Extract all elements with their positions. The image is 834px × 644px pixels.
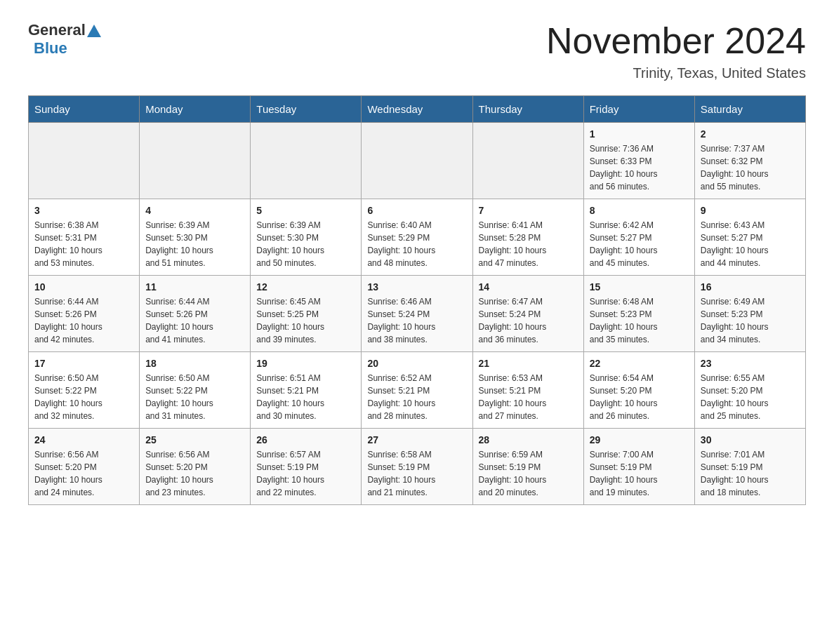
day-info: Sunrise: 6:56 AMSunset: 5:20 PMDaylight:… xyxy=(34,448,133,499)
calendar-cell: 5Sunrise: 6:39 AMSunset: 5:30 PMDaylight… xyxy=(251,199,362,276)
calendar-cell: 27Sunrise: 6:58 AMSunset: 5:19 PMDayligh… xyxy=(362,429,472,505)
day-info: Sunrise: 6:44 AMSunset: 5:26 PMDaylight:… xyxy=(34,295,133,346)
calendar-cell: 6Sunrise: 6:40 AMSunset: 5:29 PMDaylight… xyxy=(362,199,472,276)
day-info: Sunrise: 6:58 AMSunset: 5:19 PMDaylight:… xyxy=(367,448,466,499)
calendar-cell: 30Sunrise: 7:01 AMSunset: 5:19 PMDayligh… xyxy=(694,429,805,505)
day-info: Sunrise: 6:56 AMSunset: 5:20 PMDaylight:… xyxy=(145,448,244,499)
calendar-cell: 25Sunrise: 6:56 AMSunset: 5:20 PMDayligh… xyxy=(140,429,251,505)
subtitle: Trinity, Texas, United States xyxy=(546,65,806,81)
day-number: 11 xyxy=(145,281,244,293)
calendar-cell xyxy=(29,123,140,199)
calendar-cell: 2Sunrise: 7:37 AMSunset: 6:32 PMDaylight… xyxy=(694,123,805,199)
day-info: Sunrise: 6:43 AMSunset: 5:27 PMDaylight:… xyxy=(701,219,800,269)
calendar-cell: 28Sunrise: 6:59 AMSunset: 5:19 PMDayligh… xyxy=(472,429,583,505)
calendar-header-sunday: Sunday xyxy=(29,96,140,123)
calendar-cell: 20Sunrise: 6:52 AMSunset: 5:21 PMDayligh… xyxy=(362,352,472,429)
day-info: Sunrise: 7:01 AMSunset: 5:19 PMDaylight:… xyxy=(701,448,800,499)
day-info: Sunrise: 6:39 AMSunset: 5:30 PMDaylight:… xyxy=(256,219,355,269)
day-info: Sunrise: 6:40 AMSunset: 5:29 PMDaylight:… xyxy=(367,219,466,269)
calendar-header-friday: Friday xyxy=(583,96,694,123)
calendar-week-row: 3Sunrise: 6:38 AMSunset: 5:31 PMDaylight… xyxy=(29,199,806,276)
day-number: 7 xyxy=(479,205,578,216)
calendar-header-monday: Monday xyxy=(140,96,251,123)
calendar-cell: 16Sunrise: 6:49 AMSunset: 5:23 PMDayligh… xyxy=(694,276,805,352)
calendar-cell: 21Sunrise: 6:53 AMSunset: 5:21 PMDayligh… xyxy=(472,352,583,429)
day-number: 5 xyxy=(256,205,355,216)
day-info: Sunrise: 6:52 AMSunset: 5:21 PMDaylight:… xyxy=(367,372,466,422)
day-info: Sunrise: 6:50 AMSunset: 5:22 PMDaylight:… xyxy=(145,372,244,422)
logo: General Blue xyxy=(28,21,101,58)
day-number: 30 xyxy=(701,434,800,445)
calendar-cell: 9Sunrise: 6:43 AMSunset: 5:27 PMDaylight… xyxy=(694,199,805,276)
day-number: 16 xyxy=(701,281,800,293)
calendar-cell: 4Sunrise: 6:39 AMSunset: 5:30 PMDaylight… xyxy=(140,199,251,276)
day-info: Sunrise: 6:49 AMSunset: 5:23 PMDaylight:… xyxy=(701,295,800,346)
day-number: 13 xyxy=(367,281,466,293)
title-section: November 2024 Trinity, Texas, United Sta… xyxy=(546,21,806,81)
day-info: Sunrise: 6:50 AMSunset: 5:22 PMDaylight:… xyxy=(34,372,133,422)
main-title: November 2024 xyxy=(546,21,806,61)
calendar-cell xyxy=(140,123,251,199)
day-number: 4 xyxy=(145,205,244,216)
day-info: Sunrise: 6:41 AMSunset: 5:28 PMDaylight:… xyxy=(479,219,578,269)
calendar-week-row: 1Sunrise: 7:36 AMSunset: 6:33 PMDaylight… xyxy=(29,123,806,199)
calendar-cell: 15Sunrise: 6:48 AMSunset: 5:23 PMDayligh… xyxy=(583,276,694,352)
day-number: 8 xyxy=(590,205,689,216)
calendar-cell xyxy=(251,123,362,199)
day-info: Sunrise: 6:44 AMSunset: 5:26 PMDaylight:… xyxy=(145,295,244,346)
day-number: 3 xyxy=(34,205,133,216)
day-info: Sunrise: 6:46 AMSunset: 5:24 PMDaylight:… xyxy=(367,295,466,346)
day-info: Sunrise: 6:51 AMSunset: 5:21 PMDaylight:… xyxy=(256,372,355,422)
day-number: 22 xyxy=(590,358,689,369)
calendar-cell: 26Sunrise: 6:57 AMSunset: 5:19 PMDayligh… xyxy=(251,429,362,505)
logo-blue-label: Blue xyxy=(34,39,67,58)
calendar-cell xyxy=(362,123,472,199)
day-number: 2 xyxy=(701,128,800,140)
calendar-cell: 11Sunrise: 6:44 AMSunset: 5:26 PMDayligh… xyxy=(140,276,251,352)
day-info: Sunrise: 7:36 AMSunset: 6:33 PMDaylight:… xyxy=(590,142,689,193)
calendar-cell: 1Sunrise: 7:36 AMSunset: 6:33 PMDaylight… xyxy=(583,123,694,199)
day-number: 17 xyxy=(34,358,133,369)
day-number: 26 xyxy=(256,434,355,445)
calendar-header-row: SundayMondayTuesdayWednesdayThursdayFrid… xyxy=(29,96,806,123)
calendar-week-row: 17Sunrise: 6:50 AMSunset: 5:22 PMDayligh… xyxy=(29,352,806,429)
day-number: 1 xyxy=(590,128,689,140)
calendar-cell: 14Sunrise: 6:47 AMSunset: 5:24 PMDayligh… xyxy=(472,276,583,352)
day-number: 24 xyxy=(34,434,133,445)
day-info: Sunrise: 6:48 AMSunset: 5:23 PMDaylight:… xyxy=(590,295,689,346)
day-info: Sunrise: 6:39 AMSunset: 5:30 PMDaylight:… xyxy=(145,219,244,269)
calendar-header-thursday: Thursday xyxy=(472,96,583,123)
day-number: 21 xyxy=(479,358,578,369)
day-info: Sunrise: 6:59 AMSunset: 5:19 PMDaylight:… xyxy=(479,448,578,499)
calendar-cell: 22Sunrise: 6:54 AMSunset: 5:20 PMDayligh… xyxy=(583,352,694,429)
day-number: 6 xyxy=(367,205,466,216)
calendar-cell: 17Sunrise: 6:50 AMSunset: 5:22 PMDayligh… xyxy=(29,352,140,429)
day-number: 23 xyxy=(701,358,800,369)
calendar-cell: 18Sunrise: 6:50 AMSunset: 5:22 PMDayligh… xyxy=(140,352,251,429)
calendar-cell: 19Sunrise: 6:51 AMSunset: 5:21 PMDayligh… xyxy=(251,352,362,429)
day-info: Sunrise: 6:42 AMSunset: 5:27 PMDaylight:… xyxy=(590,219,689,269)
calendar-header-saturday: Saturday xyxy=(694,96,805,123)
day-number: 14 xyxy=(479,281,578,293)
calendar-cell: 3Sunrise: 6:38 AMSunset: 5:31 PMDaylight… xyxy=(29,199,140,276)
page-header: General Blue November 2024 Trinity, Texa… xyxy=(28,21,806,81)
calendar-cell: 10Sunrise: 6:44 AMSunset: 5:26 PMDayligh… xyxy=(29,276,140,352)
day-info: Sunrise: 6:54 AMSunset: 5:20 PMDaylight:… xyxy=(590,372,689,422)
day-info: Sunrise: 7:37 AMSunset: 6:32 PMDaylight:… xyxy=(701,142,800,193)
calendar-cell: 13Sunrise: 6:46 AMSunset: 5:24 PMDayligh… xyxy=(362,276,472,352)
day-number: 28 xyxy=(479,434,578,445)
calendar-table: SundayMondayTuesdayWednesdayThursdayFrid… xyxy=(28,95,806,505)
day-info: Sunrise: 6:47 AMSunset: 5:24 PMDaylight:… xyxy=(479,295,578,346)
day-number: 27 xyxy=(367,434,466,445)
calendar-cell: 24Sunrise: 6:56 AMSunset: 5:20 PMDayligh… xyxy=(29,429,140,505)
calendar-cell: 8Sunrise: 6:42 AMSunset: 5:27 PMDaylight… xyxy=(583,199,694,276)
logo-general-text: General xyxy=(28,21,101,39)
calendar-header-tuesday: Tuesday xyxy=(251,96,362,123)
day-number: 10 xyxy=(34,281,133,293)
calendar-cell xyxy=(472,123,583,199)
day-info: Sunrise: 6:55 AMSunset: 5:20 PMDaylight:… xyxy=(701,372,800,422)
day-number: 20 xyxy=(367,358,466,369)
calendar-week-row: 24Sunrise: 6:56 AMSunset: 5:20 PMDayligh… xyxy=(29,429,806,505)
calendar-header-wednesday: Wednesday xyxy=(362,96,472,123)
logo-general-label: General xyxy=(28,21,86,39)
